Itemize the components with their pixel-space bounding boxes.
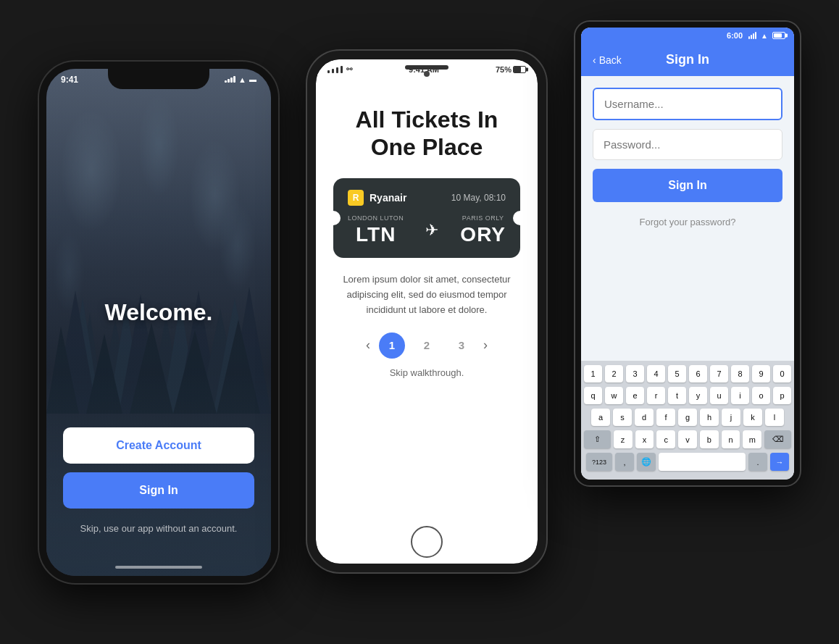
key-0[interactable]: 0 [773, 365, 791, 382]
phone1-status-icons: ▲ ▬ [225, 75, 256, 84]
period-key[interactable]: . [748, 453, 767, 471]
key-f[interactable]: f [656, 409, 675, 426]
phone3-time: 6:00 [727, 31, 743, 40]
phone2-home-button[interactable] [411, 526, 443, 558]
space-key[interactable] [659, 453, 746, 471]
airline-name: Ryanair [370, 192, 406, 204]
username-input[interactable] [593, 88, 782, 120]
key-h[interactable]: h [700, 409, 719, 426]
phone2-battery-text: 75% [496, 65, 512, 74]
ticket-route: LONDON LUTON LTN ✈ PARIS ORLY ORY [348, 214, 506, 246]
key-7[interactable]: 7 [710, 365, 728, 382]
key-c[interactable]: c [656, 430, 675, 448]
comma-key[interactable]: , [615, 453, 634, 471]
key-2[interactable]: 2 [605, 365, 623, 382]
phone3-screen: 6:00 ▲ ‹ Back Sign In [581, 28, 794, 480]
phone2-iphone7: ⚯ 9:41 AM 75% All Tickets In One Place R [307, 51, 546, 572]
key-j[interactable]: j [722, 409, 740, 426]
key-3[interactable]: 3 [626, 365, 644, 382]
create-account-button[interactable]: Create Account [63, 427, 254, 464]
wifi-icon: ▲ [238, 75, 246, 84]
delete-key[interactable]: ⌫ [764, 430, 791, 448]
next-page-button[interactable]: › [483, 338, 488, 353]
go-key[interactable]: → [770, 453, 789, 471]
key-d[interactable]: d [635, 409, 654, 426]
key-w[interactable]: w [605, 387, 623, 404]
back-button[interactable]: ‹ Back [593, 54, 622, 66]
num-key[interactable]: ?123 [586, 453, 612, 471]
phone2-speaker [405, 65, 448, 70]
key-g[interactable]: g [678, 409, 697, 426]
phone3-header: ‹ Back Sign In [581, 43, 794, 76]
key-8[interactable]: 8 [731, 365, 749, 382]
key-4[interactable]: 4 [647, 365, 665, 382]
key-u[interactable]: u [710, 387, 728, 404]
battery-icon: ▬ [249, 75, 256, 83]
key-6[interactable]: 6 [689, 365, 707, 382]
forgot-password-link[interactable]: Forgot your password? [593, 211, 782, 233]
password-input[interactable] [593, 129, 782, 160]
phone3-keyboard: 1 2 3 4 5 6 7 8 9 0 q w e r t y u i [581, 361, 794, 480]
key-n[interactable]: n [722, 430, 740, 448]
phone1-content: Welcome. Create Account Sign In Skip, us… [46, 69, 271, 576]
phone3-header-title: Sign In [666, 52, 709, 67]
key-t[interactable]: t [668, 387, 686, 404]
route-to: PARIS ORLY ORY [460, 214, 506, 246]
keyboard-number-row: 1 2 3 4 5 6 7 8 9 0 [584, 365, 791, 382]
keyboard-bottom-row: ?123 , 🌐 . → [584, 453, 791, 471]
key-m[interactable]: m [743, 430, 761, 448]
key-o[interactable]: o [752, 387, 770, 404]
key-9[interactable]: 9 [752, 365, 770, 382]
key-1[interactable]: 1 [584, 365, 602, 382]
ticket-date: 10 May, 08:10 [451, 193, 506, 203]
back-label: Back [599, 54, 622, 66]
signal-icon [225, 76, 235, 83]
phone1-skip-text[interactable]: Skip, use our app without an account. [80, 523, 238, 534]
keyboard-qwerty-row: q w e r t y u i o p [584, 387, 791, 404]
route-from: LONDON LUTON LTN [348, 214, 404, 246]
key-y[interactable]: y [689, 387, 707, 404]
phone1-welcome-text: Welcome. [105, 299, 213, 326]
keyboard-asdf-row: a s d f g h j k l [584, 409, 791, 426]
key-v[interactable]: v [678, 430, 697, 448]
shift-key[interactable]: ⇧ [584, 430, 611, 448]
phone2-screen: ⚯ 9:41 AM 75% All Tickets In One Place R [316, 59, 538, 564]
key-x[interactable]: x [635, 430, 654, 448]
key-s[interactable]: s [613, 409, 632, 426]
key-e[interactable]: e [626, 387, 644, 404]
globe-key[interactable]: 🌐 [637, 453, 656, 471]
prev-page-button[interactable]: ‹ [366, 338, 370, 353]
phone1-status-bar: 9:41 ▲ ▬ [61, 75, 256, 85]
phone3-android: 6:00 ▲ ‹ Back Sign In [575, 22, 800, 485]
page-3-button[interactable]: 3 [448, 333, 475, 359]
key-k[interactable]: k [743, 409, 762, 426]
skip-walkthrough-text[interactable]: Skip walkthrough. [333, 367, 520, 378]
key-l[interactable]: l [765, 409, 784, 426]
key-z[interactable]: z [614, 430, 633, 448]
phone3-status-bar: 6:00 ▲ [581, 28, 794, 43]
page-1-button[interactable]: 1 [379, 333, 405, 359]
to-city: PARIS ORLY [460, 214, 506, 222]
keyboard-zxcv-row: ⇧ z x c v b n m ⌫ [584, 430, 791, 448]
key-b[interactable]: b [700, 430, 719, 448]
phone2-camera [424, 71, 430, 77]
phone2-wifi-icon: ⚯ [346, 65, 352, 73]
phone2-description: Lorem ipsum dolor sit amet, consectetur … [333, 272, 520, 317]
key-5[interactable]: 5 [668, 365, 686, 382]
page-2-button[interactable]: 2 [414, 333, 440, 359]
from-city: LONDON LUTON [348, 214, 404, 222]
phone2-pagination: ‹ 1 2 3 › [333, 333, 520, 359]
key-q[interactable]: q [584, 387, 602, 404]
key-i[interactable]: i [731, 387, 749, 404]
ticket-header: R Ryanair 10 May, 08:10 [348, 190, 506, 206]
phone3-signin-button[interactable]: Sign In [593, 169, 782, 202]
phone2-content: All Tickets In One Place R Ryanair 10 Ma… [316, 77, 538, 390]
plane-icon: ✈ [425, 221, 438, 240]
key-a[interactable]: a [591, 409, 610, 426]
from-code: LTN [348, 223, 404, 246]
phone1-time: 9:41 [61, 75, 78, 85]
ticket-card: R Ryanair 10 May, 08:10 LONDON LUTON LTN… [333, 178, 520, 258]
key-p[interactable]: p [773, 387, 791, 404]
key-r[interactable]: r [647, 387, 665, 404]
signin-button[interactable]: Sign In [63, 472, 254, 509]
